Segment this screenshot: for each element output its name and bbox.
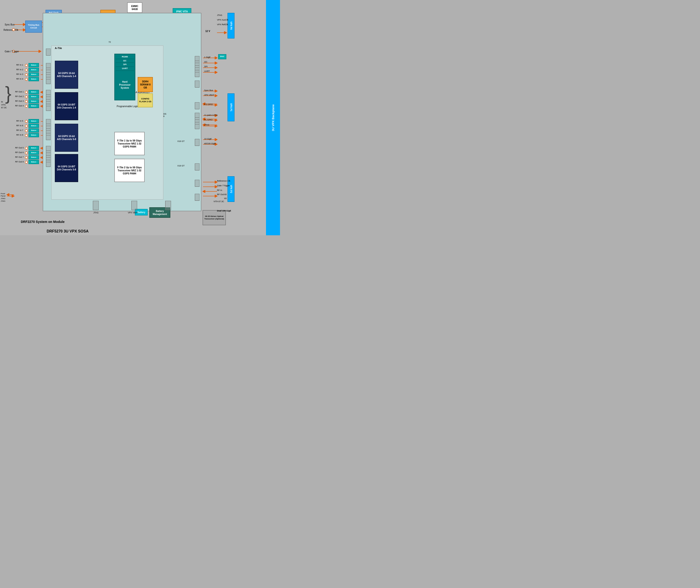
balun-rf-in-7: Balun <box>28 128 39 133</box>
40-100gige-label: 40/100 GigE <box>204 142 216 145</box>
ref-clk-label: Reference Clk <box>3 29 18 31</box>
vita-brace: } <box>5 84 11 103</box>
balun-rf-out-4: Balun <box>28 104 39 108</box>
balun-rf-out-5: Balun <box>28 146 39 150</box>
vpx-vbat-bottom-label: VPX VBAT <box>128 211 138 214</box>
rf-in-7-label: RF In 7 <box>16 129 23 131</box>
dac-1-4-box: 64 GSPS 10-BIT D/A Channels 1-4 <box>55 92 78 120</box>
fpga-module-label: DRF2270 System on Module <box>0 220 122 223</box>
10gige-label: 10 GigE <box>204 138 212 140</box>
rf-out-1-label: RF Out 1 <box>15 91 24 93</box>
rf-in-6-label: RF In 6 <box>16 124 23 127</box>
ft1-gt-connector <box>195 139 199 146</box>
rf-out-4-circle <box>25 105 28 108</box>
rf-in-5-label: RF In 5 <box>16 120 23 122</box>
balun-rf-in-8: Balun <box>28 133 39 137</box>
pl-gpio-label: PL GPIO <box>204 119 213 121</box>
rf-in-p2-label: RF In <box>217 189 222 191</box>
emmc-box: EMMC 64GB <box>127 2 142 13</box>
balun-rf-out-6: Balun <box>28 150 39 155</box>
balun-rf-in-5: Balun <box>28 119 39 123</box>
x8-1-label: X8 <box>224 193 227 196</box>
adc-5-8-box: 64 GSPS 10-bit A/D Channels 5-8 <box>55 124 78 152</box>
diagram-container: Sync Bus Reference Clk Gate / Trigger Ti… <box>0 0 280 235</box>
11pairs-lvds-label: 11 pairs LVDS <box>204 114 217 116</box>
balun-rf-out-2: Balun <box>28 94 39 99</box>
rf-in-4-connector <box>46 77 51 84</box>
balun-rf-in-1: Balun <box>28 63 39 67</box>
balun-rf-out-3: Balun <box>28 99 39 103</box>
rf-out-3-circle <box>25 100 28 103</box>
sync-bus-right-signal: Sync Bus <box>204 89 213 91</box>
rf-out-8-connector <box>46 160 51 167</box>
battmgmt-bottom-connector <box>165 201 171 210</box>
f-tile-1-box: F-Tile 1 Up to 58 Gbps Transceiver NRZ 1… <box>114 132 145 155</box>
vpx-vbat-right-label: VPX VBAT <box>204 94 214 96</box>
dac-5-8-box: 64 GSPS 10-BIT D/A Channels 5-8 <box>55 154 78 182</box>
jtag-right-label: JTAG <box>204 124 209 126</box>
rf-in-8-label: RF In 8 <box>16 134 23 136</box>
balun-rf-out-1: Balun <box>28 90 39 94</box>
spi-right-label: SPI <box>204 65 208 68</box>
vpx-auxclk-label: VPX AuxClk <box>217 19 228 21</box>
optical-transceiver-box: X8 25 Gb/sec Optical Transceiver (Option… <box>203 210 226 225</box>
rf-out-4-connector <box>46 104 51 111</box>
vpx-backplane: 3U VPX Backplane <box>266 0 280 235</box>
balun-rf-out-7: Balun <box>28 155 39 159</box>
rf-out-1-circle <box>25 91 28 94</box>
gate-trigger-label: Gate / Trigger <box>5 50 19 53</box>
x8-2-label: X8 <box>224 197 227 199</box>
rf-in-1-label: RF In 1 <box>16 64 23 66</box>
adc-1-4-box: 64 GSPS 10-bit A/D Channels 1-4 <box>55 61 78 89</box>
vpx-refclk-label: VPX RefClk <box>217 23 228 26</box>
rf-in-2-label: RF In 2 <box>16 68 23 71</box>
hps-box: RGMII I2C SPI UART Hard Processor System <box>114 54 135 100</box>
f-tile-2-box: F-Tile 2 Up to 58 Gbps Transceiver NRZ 1… <box>114 159 145 182</box>
sync-bus-label: Sync Bus <box>5 23 14 26</box>
rf-out-8-circle <box>25 161 28 164</box>
rf-in-8-circle <box>25 134 28 137</box>
config-flash-box: CONFIG FLASH 2 Gb <box>138 93 153 107</box>
rf-out-3-label: RF Out 3 <box>15 100 24 102</box>
rf-out-4-label: RF Out 4 <box>15 105 24 107</box>
ref-clk-circle <box>12 28 15 31</box>
rf-in-4-circle <box>25 78 28 81</box>
rf-out-p2-label: RF Out <box>217 193 224 196</box>
jtag-right-connector <box>195 122 199 129</box>
vita-673c-right-label: VITA 67.3C <box>213 200 224 202</box>
jtag-bottom-label: JTAG <box>93 211 98 214</box>
jtag-bottom-connector <box>93 201 99 210</box>
ref-clk-p2-label: Reference Clk <box>217 180 230 182</box>
vpx-backplane-label: 3U VPX Backplane <box>271 104 275 131</box>
rf-in-7-circle <box>25 129 28 132</box>
balun-rf-in-6: Balun <box>28 124 39 128</box>
ddr4-right-connector <box>195 80 199 87</box>
timing-bus-box: Timing Bus Circuit <box>25 21 42 33</box>
ft2-gt-connector <box>195 163 199 170</box>
uart-right-connector <box>195 70 199 77</box>
rf-out-5-circle <box>25 147 28 150</box>
72-label: 72 <box>109 41 111 43</box>
balun-rf-in-3: Balun <box>28 72 39 77</box>
ddr4-hps-box: DDR4 SDRAM 8 GB <box>138 77 153 92</box>
rf-in-5-circle <box>25 120 28 123</box>
rf-in-4-label: RF In 4 <box>16 78 23 80</box>
i2c-right-label: I2C <box>204 61 207 63</box>
balun-rf-in-2: Balun <box>28 68 39 72</box>
front-panel-jtag-label: FrontPanelJTAG <box>1 192 5 200</box>
balun-rf-out-8: Balun <box>28 160 39 164</box>
vpx-p1-box: VPX P1 <box>227 93 235 121</box>
optical-connector <box>195 194 199 201</box>
rf-in-8-connector <box>46 133 51 140</box>
vpx-p0-box: VPX P0 <box>227 13 235 38</box>
rf-in-3-circle <box>25 73 28 76</box>
prog-logic-label: Programmable Logic <box>117 105 138 108</box>
rf-out-8-label: RF Out 8 <box>15 161 24 163</box>
rf-out-6-label: RF Out 6 <box>15 151 24 154</box>
rf-in-1-circle <box>25 64 28 67</box>
gate-trigger-connector <box>46 49 51 56</box>
12v-right-label: 12 V <box>205 30 210 32</box>
x16-gt-1-label: X16 GT <box>177 140 185 142</box>
rf-out-7-label: RF Out 7 <box>15 156 24 158</box>
rf-out-5-label: RF Out 5 <box>15 147 24 149</box>
